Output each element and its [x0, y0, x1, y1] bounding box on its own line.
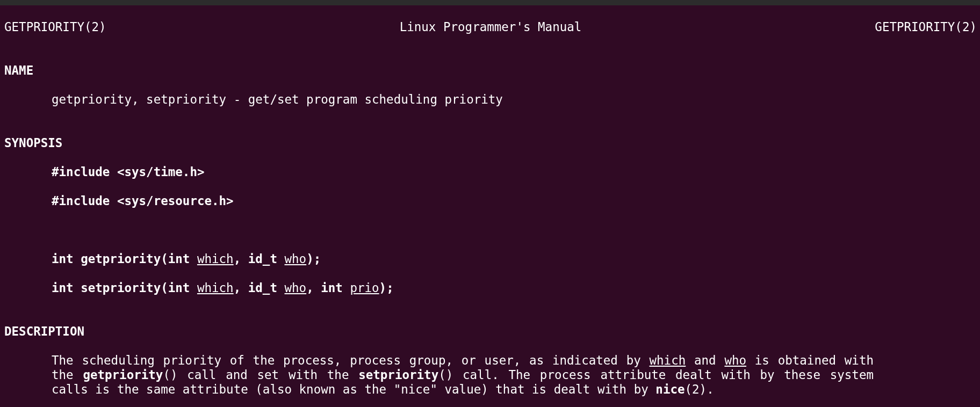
- arg-which: which: [197, 281, 234, 295]
- section-heading-synopsis: SYNOPSIS: [4, 136, 977, 150]
- synopsis-include-2: #include <sys/resource.h>: [4, 194, 874, 208]
- man-header: GETPRIORITY(2)Linux Programmer's ManualG…: [4, 20, 977, 34]
- section-heading-name: NAME: [4, 63, 977, 78]
- return-type: int: [52, 252, 81, 266]
- header-right: GETPRIORITY(2): [875, 20, 977, 34]
- ref-nice: nice: [655, 382, 684, 396]
- window-titlebar: [0, 0, 980, 5]
- text: and: [686, 353, 724, 367]
- text: The scheduling priority of the process, …: [52, 353, 650, 367]
- arg-which: which: [197, 252, 234, 266]
- text: (2).: [685, 382, 714, 396]
- close-paren: );: [379, 281, 394, 295]
- arg-who: who: [285, 281, 307, 295]
- synopsis-blank: [4, 223, 874, 237]
- synopsis-fn-getpriority: int getpriority(int which, id_t who);: [4, 252, 874, 266]
- arg-who: who: [285, 252, 307, 266]
- ref-who: who: [724, 353, 746, 367]
- fn-name: setpriority(int: [81, 281, 197, 295]
- section-heading-description: DESCRIPTION: [4, 324, 977, 339]
- header-center: Linux Programmer's Manual: [106, 20, 875, 34]
- ref-getpriority: getpriority: [83, 368, 163, 382]
- sep: , int: [306, 281, 350, 295]
- synopsis-fn-setpriority: int setpriority(int which, id_t who, int…: [4, 281, 874, 295]
- fn-name: getpriority(int: [81, 252, 197, 266]
- ref-which: which: [650, 353, 686, 367]
- close-paren: );: [306, 252, 321, 266]
- synopsis-include-1: #include <sys/time.h>: [4, 165, 874, 179]
- text: () call and set with the: [163, 368, 358, 382]
- description-para-1: The scheduling priority of the process, …: [4, 353, 874, 397]
- ref-setpriority: setpriority: [358, 368, 438, 382]
- sep: , id_t: [234, 252, 285, 266]
- return-type: int: [52, 281, 81, 295]
- arg-prio: prio: [350, 281, 379, 295]
- header-left: GETPRIORITY(2): [4, 20, 106, 34]
- sep: , id_t: [234, 281, 285, 295]
- man-page-viewer[interactable]: GETPRIORITY(2)Linux Programmer's ManualG…: [0, 5, 980, 407]
- name-line: getpriority, setpriority - get/set progr…: [4, 92, 874, 107]
